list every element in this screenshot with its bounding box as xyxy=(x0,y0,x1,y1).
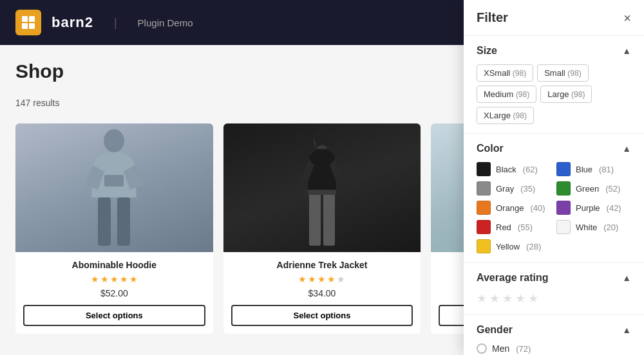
color-item-green[interactable]: Green (52) xyxy=(556,181,631,196)
product-name-2: Adrienne Trek Jacket xyxy=(231,260,413,270)
select-options-btn-1[interactable]: Select options xyxy=(23,305,205,326)
radio-men xyxy=(477,343,487,354)
color-item-blue[interactable]: Blue (81) xyxy=(556,162,631,176)
svg-rect-3 xyxy=(29,23,35,29)
product-info-1: Abominable Hoodie ★ ★ ★ ★ ★ $52.00 Selec… xyxy=(15,252,213,334)
logo-icon xyxy=(15,10,41,35)
svg-rect-10 xyxy=(104,175,124,187)
filter-header: Filter × xyxy=(464,0,644,36)
star-rating-2: ★ ★ ★ ★ ★ xyxy=(231,274,413,284)
color-item-black[interactable]: Black (62) xyxy=(477,162,551,176)
svg-rect-2 xyxy=(22,23,28,29)
rating-section-header[interactable]: Average rating ▲ xyxy=(477,272,631,284)
color-item-purple[interactable]: Purple (42) xyxy=(556,201,631,215)
color-item-red[interactable]: Red (55) xyxy=(477,220,551,234)
color-swatch-red xyxy=(477,220,491,234)
svg-point-9 xyxy=(104,129,124,152)
product-name-1: Abominable Hoodie xyxy=(23,260,205,270)
filter-panel: Filter × Size ▲ XSmall (98) Small (98) M… xyxy=(464,0,644,355)
svg-rect-12 xyxy=(117,197,130,246)
color-swatch-white xyxy=(556,220,571,234)
color-swatch-orange xyxy=(477,201,491,215)
color-section-title: Color xyxy=(477,143,504,154)
product-image-1 xyxy=(15,123,213,252)
svg-rect-14 xyxy=(309,191,321,246)
product-price-1: $52.00 xyxy=(23,288,205,298)
filter-close-button[interactable]: × xyxy=(623,12,631,24)
product-card: Abominable Hoodie ★ ★ ★ ★ ★ $52.00 Selec… xyxy=(15,123,213,334)
gender-section: Gender ▲ Men (72) Women (75) xyxy=(464,315,644,355)
rating-section-title: Average rating xyxy=(477,272,548,284)
gender-options: Men (72) Women (75) xyxy=(477,343,631,355)
size-pill-xlarge[interactable]: XLarge (98) xyxy=(477,107,534,124)
gender-section-header[interactable]: Gender ▲ xyxy=(477,324,631,336)
size-pill-medium[interactable]: Medium (98) xyxy=(477,86,536,103)
rating-chevron-icon: ▲ xyxy=(622,273,631,283)
color-item-white[interactable]: White (20) xyxy=(556,220,631,234)
color-swatch-black xyxy=(477,162,491,176)
color-section-header[interactable]: Color ▲ xyxy=(477,143,631,154)
logo-area: barn2 | Plugin Demo xyxy=(15,10,193,35)
svg-rect-15 xyxy=(323,191,335,246)
color-item-gray[interactable]: Gray (35) xyxy=(477,181,551,196)
stars-filter: ★ ★ ★ ★ ★ xyxy=(477,291,631,305)
size-section-header[interactable]: Size ▲ xyxy=(477,45,631,57)
color-section: Color ▲ Black (62) Blue (81) xyxy=(464,134,644,263)
rating-star-3[interactable]: ★ xyxy=(502,291,513,305)
svg-rect-1 xyxy=(29,16,35,22)
color-item-orange[interactable]: Orange (40) xyxy=(477,201,551,215)
product-image-2 xyxy=(223,123,421,252)
gender-chevron-icon: ▲ xyxy=(622,325,631,335)
svg-rect-0 xyxy=(22,16,28,22)
select-options-btn-2[interactable]: Select options xyxy=(231,305,413,326)
rating-star-5[interactable]: ★ xyxy=(528,291,538,305)
color-swatch-green xyxy=(556,181,571,196)
size-pill-large[interactable]: Large (98) xyxy=(540,86,592,103)
rating-star-1[interactable]: ★ xyxy=(477,291,487,305)
color-swatch-purple xyxy=(556,201,571,215)
product-info-2: Adrienne Trek Jacket ★ ★ ★ ★ ★ $34.00 Se… xyxy=(223,252,421,334)
color-swatch-gray xyxy=(477,181,491,196)
rating-star-4[interactable]: ★ xyxy=(515,291,526,305)
filter-panel-title: Filter xyxy=(477,10,508,25)
color-swatch-yellow xyxy=(477,239,491,253)
gender-option-men[interactable]: Men (72) xyxy=(477,343,631,354)
rating-section: Average rating ▲ ★ ★ ★ ★ ★ xyxy=(464,263,644,315)
color-chevron-icon: ▲ xyxy=(622,143,631,154)
size-pill-small[interactable]: Small (98) xyxy=(537,64,588,82)
svg-rect-11 xyxy=(98,197,111,246)
product-card-2: Adrienne Trek Jacket ★ ★ ★ ★ ★ $34.00 Se… xyxy=(223,123,421,334)
color-item-yellow[interactable]: Yellow (28) xyxy=(477,239,551,253)
main-layout: Shop 147 results Filter xyxy=(0,45,644,355)
color-swatch-blue xyxy=(556,162,571,176)
size-section: Size ▲ XSmall (98) Small (98) Medium (98… xyxy=(464,36,644,134)
size-pill-xsmall[interactable]: XSmall (98) xyxy=(477,64,533,82)
nav-divider: | xyxy=(114,16,117,30)
size-section-title: Size xyxy=(477,45,497,57)
gender-section-title: Gender xyxy=(477,324,513,336)
product-price-2: $34.00 xyxy=(231,288,413,298)
plugin-demo-label: Plugin Demo xyxy=(138,17,193,28)
rating-star-2[interactable]: ★ xyxy=(489,291,500,305)
logo-text: barn2 xyxy=(52,14,93,31)
size-chevron-icon: ▲ xyxy=(622,46,631,56)
color-grid: Black (62) Blue (81) Gray (35) xyxy=(477,162,631,253)
results-count: 147 results xyxy=(15,98,59,108)
star-rating-1: ★ ★ ★ ★ ★ xyxy=(23,274,205,284)
svg-rect-16 xyxy=(308,190,336,195)
size-pills: XSmall (98) Small (98) Medium (98) Large… xyxy=(477,64,631,124)
